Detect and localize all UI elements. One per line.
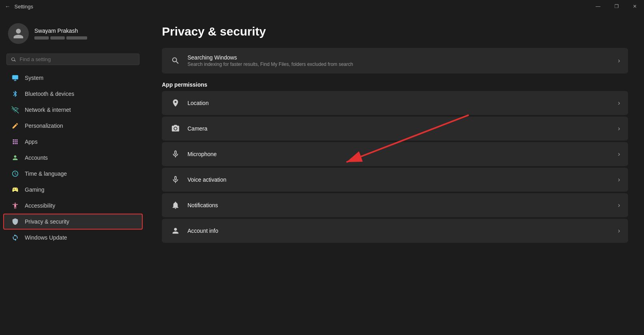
main-layout: Swayam Prakash System: [0, 13, 644, 335]
search-box[interactable]: [6, 54, 140, 65]
bluetooth-icon: [11, 90, 19, 98]
notifications-icon: [170, 200, 181, 211]
app-permissions-label: App permissions: [162, 81, 628, 88]
sidebar-item-update[interactable]: Windows Update: [3, 230, 143, 246]
location-chevron: ›: [618, 99, 620, 107]
restore-button[interactable]: ❐: [607, 0, 626, 13]
sidebar-item-privacy[interactable]: Privacy & security: [3, 214, 143, 230]
voice-activation-row[interactable]: Voice activation ›: [162, 168, 628, 192]
avatar: [8, 23, 29, 44]
personalization-icon: [11, 122, 19, 130]
time-icon: [11, 170, 19, 178]
camera-chevron: ›: [618, 125, 620, 132]
account-info-row[interactable]: Account info ›: [162, 219, 628, 243]
update-icon: [11, 234, 19, 242]
user-sub-placeholder: [34, 36, 87, 40]
sidebar-item-accessibility[interactable]: Accessibility: [3, 198, 143, 214]
notifications-row[interactable]: Notifications ›: [162, 193, 628, 217]
microphone-icon: [170, 149, 181, 160]
sidebar-item-accounts[interactable]: Accounts: [3, 150, 143, 166]
voice-activation-chevron: ›: [618, 176, 620, 183]
voice-activation-text: Voice activation: [187, 176, 618, 183]
sidebar-item-bluetooth[interactable]: Bluetooth & devices: [3, 86, 143, 102]
location-icon: [170, 97, 181, 109]
privacy-icon: [11, 218, 19, 226]
sidebar-item-personalization[interactable]: Personalization: [3, 118, 143, 134]
content-area: Privacy & security Searching Windows Sea…: [146, 13, 644, 335]
user-section: Swayam Prakash: [0, 17, 146, 52]
sidebar-item-system[interactable]: System: [3, 70, 143, 86]
voice-activation-icon: [170, 174, 181, 185]
searching-windows-row[interactable]: Searching Windows Search indexing for fa…: [162, 48, 628, 73]
notifications-chevron: ›: [618, 202, 620, 209]
sidebar-item-apps[interactable]: Apps: [3, 134, 143, 150]
microphone-text: Microphone: [187, 151, 618, 157]
minimize-button[interactable]: —: [589, 0, 607, 13]
user-info: Swayam Prakash: [34, 28, 87, 40]
sidebar-item-time[interactable]: Time & language: [3, 166, 143, 182]
system-icon: [11, 74, 19, 82]
account-info-chevron: ›: [618, 227, 620, 234]
camera-text: Camera: [187, 125, 618, 132]
back-button[interactable]: ←: [5, 3, 10, 10]
sidebar-item-network[interactable]: Network & internet: [3, 102, 143, 118]
camera-row[interactable]: Camera ›: [162, 117, 628, 141]
network-icon: [11, 106, 19, 114]
gaming-icon: [11, 186, 19, 194]
window-controls: — ❐ ✕: [589, 0, 644, 13]
app-title: Settings: [14, 4, 33, 10]
microphone-row[interactable]: Microphone ›: [162, 142, 628, 166]
searching-windows-icon: [170, 55, 181, 66]
account-info-icon: [170, 225, 181, 236]
search-icon: [11, 57, 16, 62]
camera-icon: [170, 123, 181, 134]
apps-icon: [11, 138, 19, 146]
user-name: Swayam Prakash: [34, 28, 87, 34]
searching-windows-text: Searching Windows Search indexing for fa…: [187, 54, 618, 67]
page-title: Privacy & security: [162, 25, 628, 38]
searching-windows-chevron: ›: [618, 57, 620, 64]
account-info-text: Account info: [187, 228, 618, 234]
sidebar-item-gaming[interactable]: Gaming: [3, 182, 143, 198]
user-icon: [12, 28, 24, 40]
search-input[interactable]: [20, 56, 135, 62]
sidebar: Swayam Prakash System: [0, 13, 146, 335]
location-text: Location: [187, 100, 618, 106]
svg-rect-0: [12, 75, 18, 79]
microphone-chevron: ›: [618, 151, 620, 158]
accounts-icon: [11, 154, 19, 162]
notifications-text: Notifications: [187, 202, 618, 208]
location-row[interactable]: Location ›: [162, 91, 628, 115]
accessibility-icon: [11, 202, 19, 210]
close-button[interactable]: ✕: [626, 0, 644, 13]
titlebar: ← Settings — ❐ ✕: [0, 0, 644, 13]
arrow-container: Location › Camera ›: [162, 91, 628, 141]
